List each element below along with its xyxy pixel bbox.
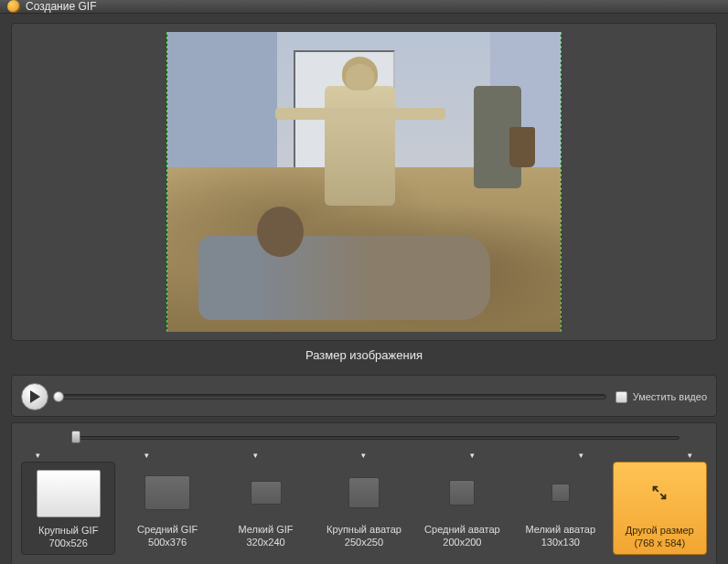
fit-video-label: Уместить видео bbox=[633, 391, 707, 402]
video-preview[interactable] bbox=[166, 32, 562, 332]
preset-dimensions: 320x240 bbox=[246, 537, 284, 548]
expand-icon bbox=[649, 483, 669, 505]
preset-thumbnail bbox=[348, 467, 380, 518]
size-marker[interactable]: ▾ bbox=[253, 451, 258, 460]
preset-thumbnail bbox=[37, 468, 101, 519]
playback-controls: Уместить видео bbox=[11, 375, 717, 417]
size-presets-panel: ▾▾▾▾▾▾▾ Крупный GIF700x526Средний GIF500… bbox=[11, 422, 717, 564]
size-preset-card[interactable]: Средний аватар200x200 bbox=[416, 462, 509, 555]
size-preset-card[interactable]: Мелкий GIF320x240 bbox=[219, 462, 312, 555]
preset-label: Мелкий аватар bbox=[526, 524, 595, 537]
window-title: Создание GIF bbox=[26, 0, 96, 13]
preset-dimensions: 700x526 bbox=[49, 537, 88, 548]
preset-label: Мелкий GIF bbox=[239, 524, 294, 537]
preset-label: Крупный аватар bbox=[327, 524, 401, 537]
fit-video-option[interactable]: Уместить видео bbox=[616, 391, 707, 403]
size-preset-card[interactable]: Другой размер(768 x 584) bbox=[613, 462, 707, 555]
size-preset-card[interactable]: Мелкий аватар130x130 bbox=[514, 462, 606, 555]
size-marker[interactable]: ▾ bbox=[579, 451, 583, 460]
preset-dimensions: 200x200 bbox=[443, 537, 481, 548]
size-preset-cards: Крупный GIF700x526Средний GIF500x376Мелк… bbox=[21, 462, 707, 555]
preset-dimensions: 250x250 bbox=[345, 537, 383, 548]
content-area: Размер изображения Уместить видео ▾▾▾▾▾▾… bbox=[0, 14, 728, 564]
preset-thumbnail bbox=[145, 467, 190, 518]
play-button[interactable] bbox=[21, 383, 48, 410]
size-range-thumb[interactable] bbox=[71, 431, 80, 443]
playback-slider-thumb[interactable] bbox=[53, 391, 64, 402]
svg-marker-0 bbox=[30, 390, 40, 403]
app-icon bbox=[7, 0, 20, 13]
size-marker[interactable]: ▾ bbox=[361, 451, 366, 460]
gif-creator-window: Создание GIF Размер изображения bbox=[0, 0, 728, 564]
size-marker[interactable]: ▾ bbox=[36, 451, 40, 460]
preset-label: Средний GIF bbox=[137, 524, 198, 537]
size-preset-card[interactable]: Крупный аватар250x250 bbox=[317, 462, 410, 555]
size-range-slider[interactable] bbox=[76, 431, 680, 443]
preset-thumbnail bbox=[649, 468, 669, 519]
preset-thumbnail bbox=[251, 467, 282, 518]
preview-panel bbox=[11, 23, 717, 341]
size-preset-card[interactable]: Крупный GIF700x526 bbox=[21, 462, 115, 555]
playback-slider[interactable] bbox=[58, 394, 606, 399]
preset-label: Другой размер bbox=[626, 525, 694, 537]
preset-label: Крупный GIF bbox=[38, 525, 98, 537]
preset-dimensions: 130x130 bbox=[541, 537, 580, 548]
preset-thumbnail bbox=[449, 467, 475, 518]
size-markers: ▾▾▾▾▾▾▾ bbox=[36, 451, 692, 460]
preset-dimensions: 500x376 bbox=[148, 537, 187, 548]
titlebar: Создание GIF bbox=[0, 0, 728, 14]
play-icon bbox=[29, 390, 40, 403]
fit-video-checkbox[interactable] bbox=[616, 391, 627, 403]
size-preset-card[interactable]: Средний GIF500x376 bbox=[121, 462, 213, 555]
section-header: Размер изображения bbox=[11, 346, 717, 369]
size-marker[interactable]: ▾ bbox=[688, 451, 692, 460]
preset-dimensions: (768 x 584) bbox=[634, 537, 685, 548]
size-marker[interactable]: ▾ bbox=[470, 451, 475, 460]
size-marker[interactable]: ▾ bbox=[145, 451, 149, 460]
preset-thumbnail bbox=[551, 467, 570, 518]
preset-label: Средний аватар bbox=[424, 524, 500, 537]
